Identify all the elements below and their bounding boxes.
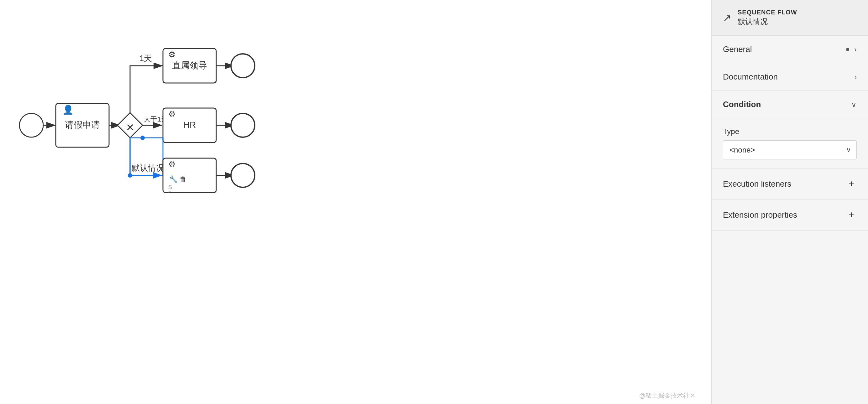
properties-panel: ↗ SEQUENCE FLOW 默认情况 General › Documenta… [711,0,868,404]
element-type-label: SEQUENCE FLOW [738,9,797,16]
svg-text:👤: 👤 [63,105,74,115]
panel-header-info: SEQUENCE FLOW 默认情况 [738,9,797,27]
section-execution-listeners[interactable]: Execution listeners + [712,168,868,200]
section-general[interactable]: General › [712,36,868,63]
start-event [20,113,43,137]
end-event-1 [231,54,255,78]
documentation-chevron: › [854,73,857,81]
task-direct-label: 直属领导 [172,61,207,70]
documentation-right: › [854,73,857,81]
extension-properties-label: Extension properties [723,210,797,220]
sequence-flow-icon: ↗ [723,12,732,24]
svg-text:⚙: ⚙ [168,109,176,119]
label-1day: 1天 [140,54,152,63]
condition-content: Type <none> Expression Script ∨ [712,119,868,168]
execution-listeners-label: Execution listeners [723,179,791,189]
condition-chevron: ∨ [851,100,857,109]
general-label: General [723,44,752,54]
add-execution-listener-button[interactable]: + [846,177,857,191]
svg-text:⚙: ⚙ [168,50,176,59]
general-dot [846,48,849,51]
svg-text:✕: ✕ [126,122,134,133]
task-leave-label: 请假申请 [65,120,100,130]
svg-text:⚙: ⚙ [168,159,176,169]
condition-right: ∨ [851,100,857,109]
general-chevron: › [854,45,857,54]
section-condition[interactable]: Condition ∨ [712,91,868,119]
svg-text:🔧 🗑: 🔧 🗑 [169,175,186,183]
add-extension-property-button[interactable]: + [846,208,857,222]
condition-type-select-wrapper[interactable]: <none> Expression Script ∨ [723,140,857,159]
watermark: @稀土掘金技术社区 [639,392,696,399]
condition-label: Condition [723,100,761,109]
condition-type-label: Type [723,127,857,136]
svg-text:⌐: ⌐ [168,189,172,195]
documentation-label: Documentation [723,72,778,82]
panel-header: ↗ SEQUENCE FLOW 默认情况 [712,0,868,36]
svg-point-11 [128,173,132,177]
section-extension-properties[interactable]: Extension properties + [712,200,868,231]
task-hr-label: HR [183,120,196,130]
end-event-3 [231,164,255,187]
bpmn-canvas: 👤 请假申请 ✕ 1天 ⚙ 直属领导 大于1天且小于3天 ⚙ HR [0,0,711,404]
end-event-2 [231,113,255,137]
label-default: 默认情况 [131,163,164,173]
general-right: › [846,45,857,54]
element-name-label: 默认情况 [738,16,797,27]
section-documentation[interactable]: Documentation › [712,63,868,91]
condition-type-select[interactable]: <none> Expression Script [723,140,857,159]
